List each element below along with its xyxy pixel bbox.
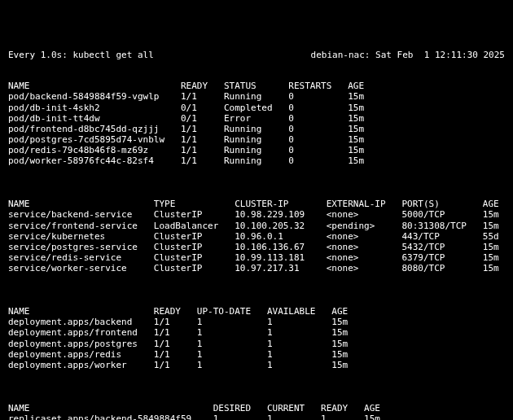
pods-section: NAME READY STATUS RESTARTS AGE pod/backe… xyxy=(8,81,505,167)
pod-row: pod/backend-5849884f59-vgwlp 1/1 Running… xyxy=(8,91,505,102)
watch-header: Every 1.0s: kubectl get all debian-nac: … xyxy=(8,50,505,60)
table-header: NAME READY STATUS RESTARTS AGE xyxy=(8,81,505,91)
watch-timestamp: debian-nac: Sat Feb 1 12:11:30 2025 xyxy=(311,50,505,60)
pod-row: pod/postgres-7cd5895d74-vnblw 1/1 Runnin… xyxy=(8,134,505,145)
table-header: NAME TYPE CLUSTER-IP EXTERNAL-IP PORT(S)… xyxy=(8,199,505,209)
replicasets-section: NAME DESIRED CURRENT READY AGE replicase… xyxy=(8,403,505,420)
table-header: NAME DESIRED CURRENT READY AGE xyxy=(8,403,505,413)
service-row: service/backend-service ClusterIP 10.98.… xyxy=(8,209,505,220)
deployment-row: deployment.apps/worker 1/1 1 1 15m xyxy=(8,360,505,370)
replicaset-row: replicaset.apps/backend-5849884f59 1 1 1… xyxy=(8,413,505,420)
pod-row: pod/db-init-tt4dw 0/1 Error 0 15m xyxy=(8,113,505,124)
deployments-section: NAME READY UP-TO-DATE AVAILABLE AGE depl… xyxy=(8,306,505,370)
services-section: NAME TYPE CLUSTER-IP EXTERNAL-IP PORT(S)… xyxy=(8,199,505,273)
service-row: service/frontend-service LoadBalancer 10… xyxy=(8,221,505,231)
pod-row: pod/db-init-4skh2 0/1 Completed 0 15m xyxy=(8,103,505,113)
pod-row: pod/redis-79c48b46f8-mz69z 1/1 Running 0… xyxy=(8,145,505,155)
watch-command: Every 1.0s: kubectl get all xyxy=(8,50,154,60)
service-row: service/kubernetes ClusterIP 10.96.0.1 <… xyxy=(8,231,505,242)
deployment-row: deployment.apps/postgres 1/1 1 1 15m xyxy=(8,339,505,349)
service-row: service/worker-service ClusterIP 10.97.2… xyxy=(8,263,505,273)
service-row: service/postgres-service ClusterIP 10.10… xyxy=(8,242,505,252)
deployment-row: deployment.apps/redis 1/1 1 1 15m xyxy=(8,349,505,360)
pod-row: pod/frontend-d8bc745dd-qzjjj 1/1 Running… xyxy=(8,124,505,134)
table-header: NAME READY UP-TO-DATE AVAILABLE AGE xyxy=(8,306,505,317)
deployment-row: deployment.apps/frontend 1/1 1 1 15m xyxy=(8,327,505,338)
pod-row: pod/worker-58976fc44c-82sf4 1/1 Running … xyxy=(8,155,505,166)
service-row: service/redis-service ClusterIP 10.99.11… xyxy=(8,252,505,263)
deployment-row: deployment.apps/backend 1/1 1 1 15m xyxy=(8,317,505,327)
